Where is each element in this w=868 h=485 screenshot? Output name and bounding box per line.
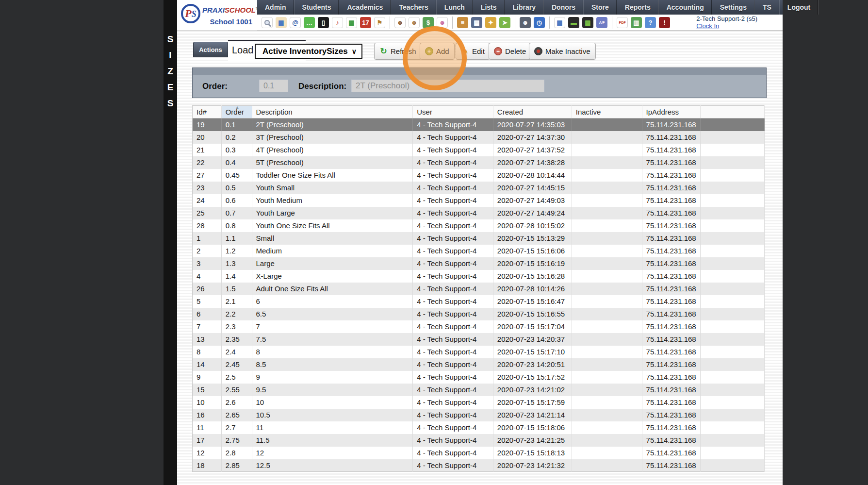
actions-button[interactable]: Actions <box>193 42 228 57</box>
table-row[interactable]: 102.6104 - Tech Support-42020-07-15 15:1… <box>193 396 765 409</box>
table-row[interactable]: 261.5Adult One Size Fits All4 - Tech Sup… <box>193 283 765 295</box>
mobile-phone-icon[interactable]: ▯ <box>318 17 329 28</box>
table-row[interactable]: 230.5Youth Small4 - Tech Support-42020-0… <box>193 182 765 194</box>
table-row[interactable]: 41.4X-Large4 - Tech Support-42020-07-15 … <box>193 270 765 283</box>
table-row[interactable]: 92.594 - Tech Support-42020-07-15 15:17:… <box>193 371 765 384</box>
nav-item-reports[interactable]: Reports <box>617 0 659 15</box>
logo-block: PS PRAXISCHOOLTM School 1001 <box>177 0 257 31</box>
column-header-created[interactable]: Created <box>493 106 572 118</box>
nav-item-settings[interactable]: Settings <box>712 0 755 15</box>
cell-ip: 75.114.231.168 <box>642 144 700 156</box>
table-row[interactable]: 250.7Youth Large4 - Tech Support-42020-0… <box>193 207 765 219</box>
table-row[interactable]: 280.8Youth One Size Fits All4 - Tech Sup… <box>193 219 765 232</box>
add-button[interactable]: +Add <box>420 43 455 60</box>
table-row[interactable]: 82.484 - Tech Support-42020-07-15 15:17:… <box>193 346 765 358</box>
nav-item-academics[interactable]: Academics <box>339 0 391 15</box>
family-icon[interactable]: ☻ <box>437 17 448 28</box>
table-row[interactable]: 112.7114 - Tech Support-42020-07-15 15:1… <box>193 421 765 434</box>
cell-blank <box>700 447 764 459</box>
table-row[interactable]: 31.3Large4 - Tech Support-42020-07-15 15… <box>193 257 765 270</box>
clock-in-link[interactable]: Clock In <box>696 22 757 30</box>
nav-item-lists[interactable]: Lists <box>473 0 505 15</box>
nav-item-lunch[interactable]: Lunch <box>437 0 473 15</box>
chat-bubble-icon[interactable]: … <box>304 17 315 28</box>
megaphone-icon[interactable]: ⚑ <box>374 17 385 28</box>
search-icon[interactable] <box>262 17 273 28</box>
cell-user: 4 - Tech Support-4 <box>413 194 493 207</box>
nav-item-accounting[interactable]: Accounting <box>659 0 712 15</box>
nav-item-library[interactable]: Library <box>505 0 544 15</box>
table-row[interactable]: 62.26.54 - Tech Support-42020-07-15 15:1… <box>193 308 765 320</box>
notes-icon[interactable]: ▤ <box>471 17 482 28</box>
cell-user: 4 - Tech Support-4 <box>413 434 493 447</box>
delete-button[interactable]: −Delete <box>489 43 531 60</box>
nav-item-students[interactable]: Students <box>295 0 340 15</box>
table-row[interactable]: 132.357.54 - Tech Support-42020-07-23 14… <box>193 333 765 346</box>
module-title-letter: I <box>169 50 171 61</box>
order-field[interactable]: 0.1 <box>259 80 288 92</box>
add-icon: + <box>425 47 433 55</box>
description-field[interactable]: 2T (Preschool) <box>351 80 544 92</box>
table-row[interactable]: 172.7511.54 - Tech Support-42020-07-23 1… <box>193 434 765 447</box>
email-at-icon[interactable]: @ <box>290 17 301 28</box>
record-edit-panel: Order: 0.1 Description: 2T (Preschool) <box>192 67 767 98</box>
calendar-date-icon[interactable]: 17 <box>360 17 371 28</box>
nav-item-store[interactable]: Store <box>584 0 617 15</box>
edit-button[interactable]: ✎Edit <box>456 43 490 60</box>
staff-icon[interactable]: ☻ <box>520 17 531 28</box>
table-row[interactable]: 240.6Youth Medium4 - Tech Support-42020-… <box>193 194 765 207</box>
table-row[interactable]: 220.45T (Preschool)4 - Tech Support-4202… <box>193 156 765 169</box>
column-header-ipaddress[interactable]: IpAddress <box>642 106 700 118</box>
nav-item-logout[interactable]: Logout <box>780 0 819 15</box>
lunch-icon[interactable]: ≡ <box>457 17 468 28</box>
table-row[interactable]: 21.2Medium4 - Tech Support-42020-07-15 1… <box>193 245 765 257</box>
view-select-dropdown[interactable]: Active InventorySizes ∨ <box>255 44 362 59</box>
nav-item-teachers[interactable]: Teachers <box>391 0 436 15</box>
ledger-icon[interactable]: ▦ <box>554 17 565 28</box>
make-inactive-button[interactable]: Make Inactive <box>529 43 596 60</box>
alert-icon[interactable]: ! <box>659 17 670 28</box>
table-row[interactable]: 142.458.54 - Tech Support-42020-07-23 14… <box>193 358 765 371</box>
print-checks-icon[interactable]: ▤ <box>582 17 593 28</box>
clock-icon[interactable]: ◷ <box>534 17 545 28</box>
cash-register-icon[interactable]: ▥ <box>631 17 642 28</box>
speaker-icon[interactable]: ♪ <box>332 17 343 28</box>
check-card-icon[interactable]: ▬ <box>568 17 579 28</box>
table-row[interactable]: 72.374 - Tech Support-42020-07-15 15:17:… <box>193 320 765 333</box>
help-icon[interactable]: ? <box>645 17 656 28</box>
refresh-button[interactable]: ↻Refresh <box>374 43 422 60</box>
cell-user: 4 - Tech Support-4 <box>413 118 493 131</box>
table-row[interactable]: 162.6510.54 - Tech Support-42020-07-23 1… <box>193 409 765 421</box>
apps-grid-icon[interactable]: ▦ <box>276 17 287 28</box>
student-add-icon[interactable]: ☻ <box>394 17 406 28</box>
table-row[interactable]: 182.8512.54 - Tech Support-42020-07-23 1… <box>193 459 765 472</box>
table-row[interactable]: 270.45Toddler One Size Fits All4 - Tech … <box>193 169 765 182</box>
table-row[interactable]: 152.559.54 - Tech Support-42020-07-23 14… <box>193 384 765 396</box>
table-row[interactable]: 11.1Small4 - Tech Support-42020-07-15 15… <box>193 232 765 245</box>
table-row[interactable]: 210.34T (Preschool)4 - Tech Support-4202… <box>193 144 765 156</box>
table-row[interactable]: 200.23T (Preschool)4 - Tech Support-4202… <box>193 131 765 144</box>
nav-item-admin[interactable]: Admin <box>257 0 295 15</box>
column-header-order[interactable]: Order▲ <box>221 106 252 118</box>
calendar-grid-icon[interactable]: ▦ <box>346 17 357 28</box>
cell-order: 2.6 <box>221 396 252 409</box>
nav-item-ts[interactable]: TS <box>755 0 780 15</box>
column-header-inactive[interactable]: Inactive <box>572 106 642 118</box>
table-row[interactable]: 190.12T (Preschool)4 - Tech Support-4202… <box>193 118 765 131</box>
nav-item-donors[interactable]: Donors <box>544 0 584 15</box>
column-header-id[interactable]: Id# <box>193 106 222 118</box>
cell-inactive <box>572 156 642 169</box>
column-header-description[interactable]: Description <box>252 106 413 118</box>
pdf-icon[interactable]: PDF <box>617 17 628 28</box>
cash-icon[interactable]: $ <box>423 17 434 28</box>
forward-note-icon[interactable]: ➤ <box>499 17 510 28</box>
column-header-user[interactable]: User <box>413 106 493 118</box>
cell-description: 9 <box>252 371 413 384</box>
ap-icon[interactable]: A/P <box>596 17 607 28</box>
bell-icon[interactable]: ✦ <box>485 17 496 28</box>
student-icon[interactable]: ☻ <box>409 17 420 28</box>
table-row[interactable]: 52.164 - Tech Support-42020-07-15 15:16:… <box>193 295 765 308</box>
table-row[interactable]: 122.8124 - Tech Support-42020-07-15 15:1… <box>193 447 765 459</box>
column-header-blank[interactable] <box>700 106 764 118</box>
cell-ip: 75.114.231.168 <box>642 358 700 371</box>
